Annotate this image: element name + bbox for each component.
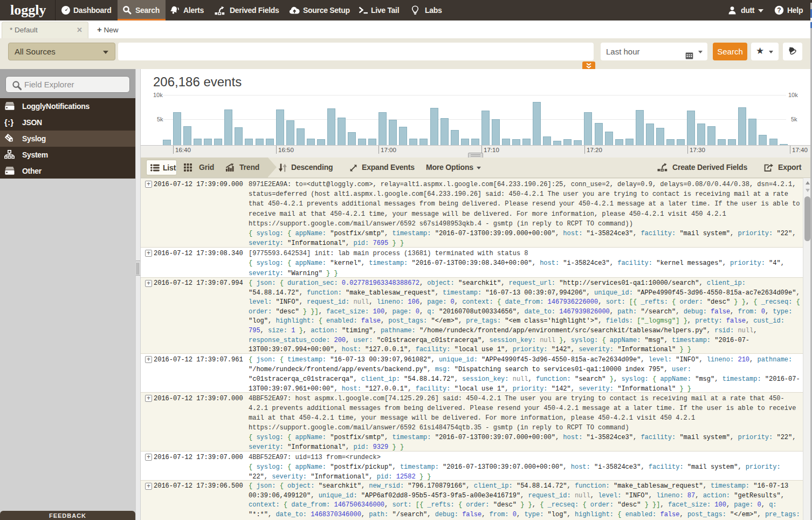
svg-text:?: ?	[777, 6, 781, 14]
